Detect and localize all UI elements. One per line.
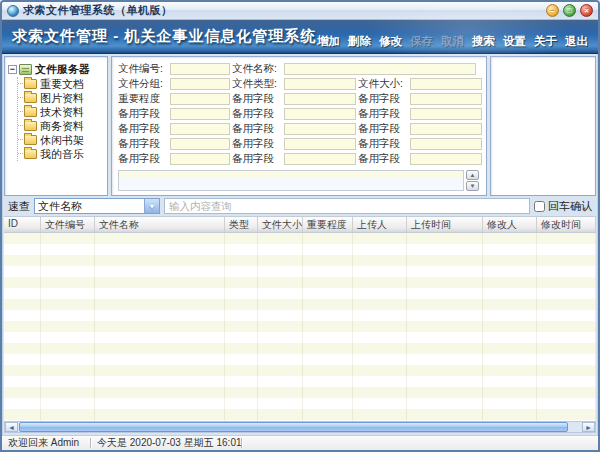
table-row[interactable] — [4, 365, 596, 376]
form-field-input[interactable] — [170, 63, 230, 75]
collapse-icon[interactable]: − — [8, 65, 17, 74]
tree-item-picture-files[interactable]: 图片资料 — [18, 91, 105, 105]
form-field-input[interactable] — [284, 123, 356, 135]
form-field-input[interactable] — [170, 123, 230, 135]
memo-scroll-up-button[interactable]: ▲ — [466, 170, 479, 180]
form-field-input[interactable] — [410, 93, 482, 105]
table-row[interactable] — [4, 332, 596, 343]
form-field-input[interactable] — [410, 78, 482, 90]
table-cell — [258, 277, 303, 288]
column-header-3[interactable]: 类型 — [225, 217, 258, 232]
table-row[interactable] — [4, 409, 596, 420]
scroll-left-icon[interactable]: ◄ — [5, 422, 18, 432]
table-row[interactable] — [4, 321, 596, 332]
toolbar-button-search[interactable]: 搜索 — [472, 34, 495, 49]
column-header-5[interactable]: 重要程度 — [303, 217, 353, 232]
tree-item-technical-files[interactable]: 技术资料 — [18, 105, 105, 119]
form-field-input[interactable] — [410, 123, 482, 135]
form-field-input[interactable] — [284, 138, 356, 150]
table-cell — [353, 310, 407, 321]
table-row[interactable] — [4, 299, 596, 310]
table-cell — [95, 310, 225, 321]
form-field-input[interactable] — [284, 153, 356, 165]
table-cell — [537, 321, 596, 332]
form-field-input[interactable] — [170, 78, 230, 90]
table-row[interactable] — [4, 387, 596, 398]
table-cell — [258, 288, 303, 299]
column-header-7[interactable]: 上传时间 — [407, 217, 483, 232]
form-field: 备用字段 — [118, 107, 232, 121]
table-row[interactable] — [4, 244, 596, 255]
table-row[interactable] — [4, 343, 596, 354]
table-cell — [407, 277, 483, 288]
toolbar-button-settings[interactable]: 设置 — [503, 34, 526, 49]
horizontal-scrollbar[interactable]: ◄ ► — [4, 421, 596, 433]
main-area: − 文件服务器 重要文档图片资料技术资料商务资料休闲书架我的音乐 文件编号:文件… — [2, 54, 598, 435]
toolbar-button-add[interactable]: 增加 — [317, 34, 340, 49]
enter-confirm-label: 回车确认 — [548, 199, 592, 214]
tree-item-important-docs[interactable]: 重要文档 — [18, 77, 105, 91]
chevron-down-icon[interactable]: ▼ — [144, 199, 159, 213]
toolbar-button-modify[interactable]: 修改 — [379, 34, 402, 49]
remark-textarea[interactable] — [118, 170, 464, 191]
table-cell — [95, 233, 225, 244]
toolbar-button-exit[interactable]: 退出 — [565, 34, 588, 49]
search-input[interactable] — [164, 198, 530, 214]
form-field-label: 备用字段 — [358, 122, 410, 136]
form-field-input[interactable] — [284, 108, 356, 120]
form-row: 文件分组:文件类型:文件大小: — [118, 77, 480, 91]
table-row[interactable] — [4, 233, 596, 244]
scroll-right-icon[interactable]: ► — [582, 422, 595, 432]
tree-item-business-files[interactable]: 商务资料 — [18, 119, 105, 133]
table-cell — [537, 299, 596, 310]
enter-confirm-checkbox[interactable] — [534, 201, 545, 212]
form-field-input[interactable] — [284, 78, 356, 90]
detail-form-panel: 文件编号:文件名称:文件分组:文件类型:文件大小:重要程度备用字段备用字段备用字… — [111, 56, 487, 196]
maximize-button[interactable]: □ — [563, 4, 576, 17]
tree-root-file-server[interactable]: − 文件服务器 — [7, 61, 105, 77]
memo-scroll-down-button[interactable]: ▼ — [466, 181, 479, 191]
table-cell — [303, 398, 353, 409]
form-field-input[interactable] — [410, 153, 482, 165]
form-field-input[interactable] — [170, 138, 230, 150]
table-cell — [303, 233, 353, 244]
form-field-input[interactable] — [284, 63, 476, 75]
table-cell — [4, 409, 41, 420]
folder-icon — [24, 121, 37, 131]
tree-item-leisure-books[interactable]: 休闲书架 — [18, 133, 105, 147]
column-header-9[interactable]: 修改时间 — [537, 217, 596, 232]
table-row[interactable] — [4, 266, 596, 277]
column-header-8[interactable]: 修改人 — [483, 217, 537, 232]
table-row[interactable] — [4, 398, 596, 409]
form-field-input[interactable] — [410, 108, 482, 120]
form-field-input[interactable] — [170, 153, 230, 165]
column-header-4[interactable]: 文件大小 — [258, 217, 303, 232]
tree-root-label: 文件服务器 — [35, 62, 90, 77]
close-button[interactable]: × — [580, 4, 593, 17]
form-field-input[interactable] — [410, 138, 482, 150]
column-header-0[interactable]: ID — [4, 217, 41, 232]
toolbar-button-delete[interactable]: 删除 — [348, 34, 371, 49]
form-field-input[interactable] — [170, 108, 230, 120]
tree-children: 重要文档图片资料技术资料商务资料休闲书架我的音乐 — [17, 77, 105, 161]
table-row[interactable] — [4, 354, 596, 365]
form-field-label: 备用字段 — [358, 137, 410, 151]
table-row[interactable] — [4, 376, 596, 387]
table-cell — [225, 343, 258, 354]
table-cell — [225, 255, 258, 266]
form-field-input[interactable] — [170, 93, 230, 105]
column-header-2[interactable]: 文件名称 — [95, 217, 225, 232]
tree-item-my-music[interactable]: 我的音乐 — [18, 147, 105, 161]
table-row[interactable] — [4, 255, 596, 266]
scrollbar-thumb[interactable] — [19, 422, 568, 432]
minimize-button[interactable]: – — [546, 4, 559, 17]
search-field-select[interactable]: 文件名称 ▼ — [34, 198, 160, 214]
form-field-input[interactable] — [284, 93, 356, 105]
table-row[interactable] — [4, 288, 596, 299]
column-header-1[interactable]: 文件编号 — [41, 217, 95, 232]
table-cell — [353, 409, 407, 420]
table-row[interactable] — [4, 277, 596, 288]
toolbar-button-about[interactable]: 关于 — [534, 34, 557, 49]
column-header-6[interactable]: 上传人 — [353, 217, 407, 232]
table-row[interactable] — [4, 310, 596, 321]
